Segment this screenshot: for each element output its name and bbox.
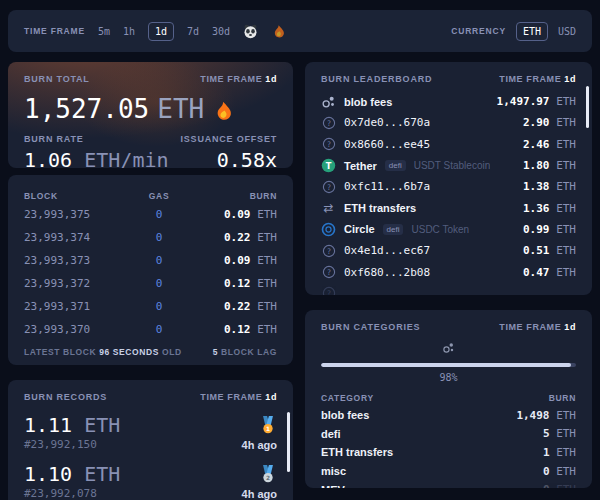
category-row[interactable]: defi 5 ETH bbox=[321, 425, 576, 444]
burn-total-timeframe[interactable]: TIME FRAME1d bbox=[200, 74, 277, 84]
category-row[interactable]: blob fees 1,498 ETH bbox=[321, 406, 576, 425]
unknown-contract-icon bbox=[321, 265, 336, 280]
unknown-contract-icon bbox=[321, 179, 336, 194]
col-category: CATEGORY bbox=[321, 393, 374, 403]
categories-progress-fill bbox=[321, 363, 571, 367]
leaderboard-timeframe[interactable]: TIME FRAME1d bbox=[499, 74, 576, 84]
unknown-contract-icon bbox=[321, 286, 336, 295]
block-row[interactable]: 23,993,370 0 0.12 ETH bbox=[24, 318, 277, 341]
svg-text:1: 1 bbox=[266, 426, 270, 432]
blocks-footer: LATEST BLOCK 96 SECONDS OLD 5 BLOCK LAG bbox=[24, 347, 277, 357]
burn-total-amount: 1,527.05 bbox=[24, 94, 149, 124]
blocks-panel: BLOCK GAS BURN 23,993,375 0 0.09 ETH 23,… bbox=[8, 175, 293, 365]
leaderboard-row[interactable]: 0x8660...ee45 2.46 ETH bbox=[321, 134, 576, 155]
blob-icon bbox=[442, 340, 455, 358]
categories-timeframe[interactable]: TIME FRAME1d bbox=[499, 322, 576, 332]
leaderboard-row[interactable]: ⇄ ETH transfers 1.36 ETH bbox=[321, 197, 576, 218]
unknown-contract-icon bbox=[321, 243, 336, 258]
burn-records-title: BURN RECORDS bbox=[24, 392, 107, 402]
circle-icon bbox=[321, 222, 336, 237]
unknown-contract-icon bbox=[321, 137, 336, 152]
categories-progress-track bbox=[321, 363, 576, 367]
time-frame-label: TIME FRAME bbox=[24, 26, 85, 36]
categories-title: BURN CATEGORIES bbox=[321, 322, 420, 332]
records-scrollbar[interactable] bbox=[287, 412, 290, 472]
col-burn: BURN bbox=[549, 393, 576, 403]
currency-option-eth[interactable]: ETH bbox=[516, 22, 548, 41]
block-lag: 5 BLOCK LAG bbox=[213, 347, 277, 357]
leaderboard-row[interactable]: 0x7de0...670a 2.90 ETH bbox=[321, 112, 576, 133]
block-row[interactable]: 23,993,371 0 0.22 ETH bbox=[24, 295, 277, 318]
blob-icon bbox=[321, 94, 336, 109]
defi-badge: defi bbox=[385, 160, 406, 171]
block-row[interactable]: 23,993,375 0 0.09 ETH bbox=[24, 203, 277, 226]
leaderboard-row[interactable]: T Tether defi USDT Stablecoin 1.80 ETH bbox=[321, 155, 576, 176]
fire-icon bbox=[212, 98, 234, 120]
burn-rate-unit: ETH/min bbox=[84, 148, 168, 168]
time-frame-option-30d[interactable]: 30d bbox=[212, 26, 230, 37]
block-row[interactable]: 23,993,373 0 0.09 ETH bbox=[24, 249, 277, 272]
eth-transfers-icon: ⇄ bbox=[321, 201, 336, 216]
burn-rate-label: BURN RATE bbox=[24, 134, 169, 144]
col-gas: GAS bbox=[133, 191, 185, 201]
svg-text:2: 2 bbox=[266, 475, 270, 481]
categories-progress-percent: 98% bbox=[321, 372, 576, 383]
categories-table-header: CATEGORY BURN bbox=[321, 393, 576, 403]
latest-block-status: LATEST BLOCK 96 SECONDS OLD bbox=[24, 347, 182, 357]
col-burn: BURN bbox=[185, 191, 277, 201]
block-row[interactable]: 23,993,372 0 0.12 ETH bbox=[24, 272, 277, 295]
time-frame-option-1h[interactable]: 1h bbox=[123, 26, 135, 37]
silver-medal-icon: 2 bbox=[259, 465, 277, 483]
issuance-offset-label: ISSUANCE OFFSET bbox=[180, 134, 277, 144]
panda-icon[interactable] bbox=[243, 24, 258, 39]
left-column: BURN TOTAL TIME FRAME1d 1,527.05 ETH BUR… bbox=[8, 62, 293, 500]
burn-records-timeframe[interactable]: TIME FRAME1d bbox=[200, 392, 277, 402]
burn-total-unit: ETH bbox=[157, 94, 204, 124]
svg-text:T: T bbox=[326, 161, 332, 171]
category-row[interactable]: ETH transfers 1 ETH bbox=[321, 443, 576, 462]
block-row[interactable]: 23,993,374 0 0.22 ETH bbox=[24, 226, 277, 249]
burn-rate-value: 1.06 bbox=[24, 148, 72, 168]
leaderboard-row[interactable]: Circle defi USDC Token 0.99 ETH bbox=[321, 219, 576, 240]
category-row[interactable]: MEV 0 ETH bbox=[321, 480, 576, 488]
leaderboard-row[interactable]: 0xf680...2b08 0.47 ETH bbox=[321, 261, 576, 282]
burn-record-row[interactable]: 1.10 ETH 2 #23,992,078 4h ago bbox=[24, 462, 277, 500]
burn-records-panel: BURN RECORDS TIME FRAME1d 1.11 ETH 1 #23… bbox=[8, 380, 293, 500]
leaderboard-row-partial bbox=[321, 283, 576, 295]
burn-categories-panel: BURN CATEGORIES TIME FRAME1d 98% CATEGOR… bbox=[305, 310, 592, 488]
top-bar: TIME FRAME 5m 1h 1d 7d 30d CURRENCY ETH … bbox=[8, 10, 592, 52]
leaderboard-row[interactable]: blob fees 1,497.97 ETH bbox=[321, 91, 576, 112]
burn-record-row[interactable]: 1.11 ETH 1 #23,992,150 4h ago bbox=[24, 413, 277, 451]
unknown-contract-icon bbox=[321, 115, 336, 130]
time-frame-option-1d[interactable]: 1d bbox=[148, 22, 174, 41]
leaderboard-scrollbar[interactable] bbox=[586, 86, 589, 128]
gold-medal-icon: 1 bbox=[259, 416, 277, 434]
leaderboard-row[interactable]: 0x4e1d...ec67 0.51 ETH bbox=[321, 240, 576, 261]
currency-option-usd[interactable]: USD bbox=[558, 26, 576, 37]
time-frame-option-7d[interactable]: 7d bbox=[187, 26, 199, 37]
col-block: BLOCK bbox=[24, 191, 133, 201]
burn-total-title: BURN TOTAL bbox=[24, 74, 90, 84]
issuance-offset-value: 0.58x bbox=[180, 148, 277, 168]
flame-icon[interactable] bbox=[271, 24, 286, 39]
blocks-table-header: BLOCK GAS BURN bbox=[24, 191, 277, 201]
tether-icon: T bbox=[321, 158, 336, 173]
defi-badge: defi bbox=[383, 224, 404, 235]
leaderboard-title: BURN LEADERBOARD bbox=[321, 74, 432, 84]
category-row[interactable]: misc 0 ETH bbox=[321, 462, 576, 481]
burn-total-panel: BURN TOTAL TIME FRAME1d 1,527.05 ETH BUR… bbox=[8, 62, 293, 168]
right-column: BURN LEADERBOARD TIME FRAME1d blob fees … bbox=[305, 62, 592, 488]
leaderboard-row[interactable]: 0xfc11...6b7a 1.38 ETH bbox=[321, 176, 576, 197]
currency-label: CURRENCY bbox=[451, 26, 506, 36]
burn-leaderboard-panel: BURN LEADERBOARD TIME FRAME1d blob fees … bbox=[305, 62, 592, 295]
time-frame-option-5m[interactable]: 5m bbox=[98, 26, 110, 37]
